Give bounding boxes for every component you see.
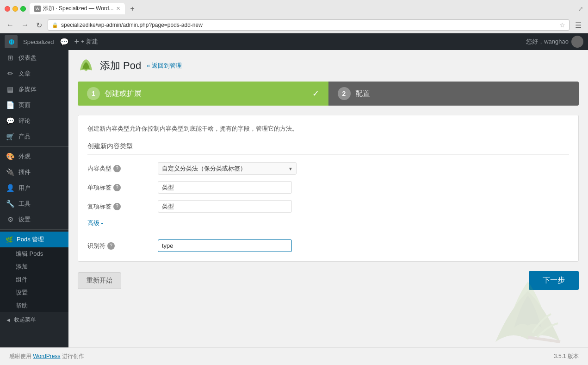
section-title: 创建新内容类型: [87, 142, 569, 155]
identifier-label: 识别符 ?: [87, 242, 152, 250]
plural-label: 复项标签 ?: [87, 202, 152, 211]
new-tab-button[interactable]: +: [129, 5, 136, 13]
singular-help-icon[interactable]: ?: [113, 184, 121, 191]
content-type-help-icon[interactable]: ?: [113, 165, 121, 172]
site-name[interactable]: Specialized: [19, 38, 58, 45]
maximize-button[interactable]: [20, 6, 26, 12]
pods-manager-header[interactable]: 🌿 Pods 管理: [0, 232, 68, 247]
step-2-num: 2: [338, 87, 351, 100]
content-type-row: 内容类型 ? 自定义分类法（像分类或标签） 自定义内容类型 现有 WordPre…: [87, 162, 569, 175]
singular-label-row: 单项标签 ?: [87, 181, 569, 194]
pods-submenu: 编辑 Pods 添加 组件 设置 帮助: [0, 247, 68, 312]
browser-menu-icon[interactable]: ☰: [573, 20, 583, 31]
sidebar-item-pages[interactable]: 📄 页面: [0, 97, 68, 113]
pods-section: 🌿 Pods 管理 编辑 Pods 添加 组件 设置 帮助: [0, 232, 68, 312]
url-bar[interactable]: 🔒 specializedike/wp-admin/admin.php?page…: [48, 19, 569, 31]
identifier-row: 识别符 ?: [87, 239, 569, 252]
step-2-label: 配置: [355, 89, 370, 99]
settings-icon: ⚙: [6, 215, 15, 224]
singular-input-wrapper: [158, 181, 297, 194]
sidebar-item-label: 外观: [19, 152, 31, 161]
footer-thanks: 感谢使用 WordPress 进行创作: [9, 352, 84, 360]
sidebar-item-label: 设置: [19, 215, 31, 224]
sidebar-item-appearance[interactable]: 🎨 外观: [0, 149, 68, 164]
version-info: 3.5.1 版本: [554, 352, 579, 360]
advanced-link[interactable]: 高级 -: [87, 219, 103, 227]
sidebar-item-products[interactable]: 🛒 产品: [0, 129, 68, 145]
pods-help-link[interactable]: 帮助: [6, 299, 68, 312]
back-link[interactable]: « 返回到管理: [147, 62, 182, 70]
wp-logo[interactable]: ⊕: [5, 35, 18, 48]
address-bar-row: ← → ↻ 🔒 specializedike/wp-admin/admin.ph…: [0, 17, 588, 33]
sidebar-item-label: 用户: [19, 184, 31, 192]
traffic-lights: [5, 6, 26, 12]
wp-admin-bar: ⊕ Specialized 💬 + + 新建 您好，wanghao: [0, 33, 588, 50]
sidebar-item-comments[interactable]: 💬 评论: [0, 113, 68, 129]
close-tab-icon[interactable]: ✕: [116, 6, 120, 12]
identifier-help-icon[interactable]: ?: [107, 242, 115, 250]
pods-label: Pods 管理: [17, 235, 44, 244]
pods-components-link[interactable]: 组件: [6, 273, 68, 286]
sidebar-item-label: 多媒体: [19, 85, 37, 94]
next-button[interactable]: 下一步: [529, 271, 579, 290]
bottom-bar: 重新开始 下一步: [78, 271, 579, 290]
step-1-check: ✓: [312, 88, 319, 99]
comment-icon[interactable]: 💬: [60, 38, 69, 46]
main-layout: ⊞ 仪表盘 ✏ 文章 ▤ 多媒体 📄 页面 💬 评论 🛒 产品 🎨 外观: [0, 50, 588, 365]
plugins-icon: 🔌: [6, 168, 15, 176]
sidebar-item-tools[interactable]: 🔧 工具: [0, 196, 68, 212]
browser-titlebar: W 添加 · Specialized — Word... ✕ + ⤢: [0, 0, 588, 17]
content-type-select[interactable]: 自定义分类法（像分类或标签） 自定义内容类型 现有 WordPress 内容类型…: [158, 162, 297, 175]
back-button[interactable]: ←: [5, 20, 16, 30]
user-menu[interactable]: 您好，wanghao: [526, 36, 583, 48]
fullscreen-button[interactable]: ⤢: [578, 5, 583, 13]
sidebar-item-settings[interactable]: ⚙ 设置: [0, 212, 68, 227]
sidebar-item-label: 文章: [19, 69, 31, 78]
browser-tab[interactable]: W 添加 · Specialized — Word... ✕: [30, 3, 125, 14]
products-icon: 🛒: [6, 132, 15, 141]
step-2: 2 配置: [328, 82, 579, 106]
tab-favicon: W: [34, 6, 41, 12]
singular-input[interactable]: [158, 181, 292, 194]
close-button[interactable]: [5, 6, 10, 12]
collapse-icon: ◄: [6, 317, 11, 323]
form-description: 创建新内容类型允许你控制内容类型到底能干啥，拥有的字段，管理它的方法。: [87, 125, 569, 133]
url-text: specializedike/wp-admin/admin.php?page=p…: [61, 22, 557, 28]
pods-edit-link[interactable]: 编辑 Pods: [6, 247, 68, 260]
dashboard-icon: ⊞: [6, 54, 15, 62]
media-icon: ▤: [6, 85, 15, 94]
form-area: 创建新内容类型允许你控制内容类型到底能干啥，拥有的字段，管理它的方法。 创建新内…: [78, 115, 579, 262]
pods-logo: [78, 57, 94, 74]
plural-help-icon[interactable]: ?: [113, 203, 121, 210]
pods-settings-link[interactable]: 设置: [6, 286, 68, 299]
collapse-sidebar-button[interactable]: ◄ 收起菜单: [0, 312, 68, 327]
sidebar-item-plugins[interactable]: 🔌 插件: [0, 164, 68, 180]
plus-icon: +: [74, 37, 80, 47]
minimize-button[interactable]: [12, 6, 18, 12]
sidebar-item-label: 插件: [19, 168, 31, 176]
steps-bar: 1 创建或扩展 ✓ 2 配置: [78, 82, 579, 106]
tab-title: 添加 · Specialized — Word...: [43, 5, 114, 13]
sidebar-item-posts[interactable]: ✏ 文章: [0, 66, 68, 82]
sidebar-item-media[interactable]: ▤ 多媒体: [0, 82, 68, 97]
sidebar-item-users[interactable]: 👤 用户: [0, 180, 68, 196]
comments-icon: 💬: [6, 117, 15, 125]
bookmark-icon[interactable]: ☆: [559, 21, 565, 29]
avatar: [571, 36, 583, 48]
tools-icon: 🔧: [6, 200, 15, 208]
identifier-input[interactable]: [158, 239, 292, 252]
wp-link[interactable]: WordPress: [33, 353, 60, 359]
plural-input[interactable]: [158, 200, 292, 213]
reload-button[interactable]: ↻: [34, 20, 44, 31]
sidebar-item-dashboard[interactable]: ⊞ 仪表盘: [0, 50, 68, 66]
new-content-button[interactable]: + + 新建: [71, 37, 102, 47]
pages-icon: 📄: [6, 101, 15, 109]
step-1-label: 创建或扩展: [105, 89, 142, 99]
pods-add-link[interactable]: 添加: [6, 260, 68, 273]
sidebar-item-label: 仪表盘: [19, 54, 37, 62]
svg-line-0: [528, 337, 560, 342]
reset-button[interactable]: 重新开始: [78, 272, 121, 289]
main-content: 添加 Pod « 返回到管理 1 创建或扩展 ✓ 2 配置 创建新内容类型允许你…: [68, 50, 588, 365]
collapse-label: 收起菜单: [14, 316, 36, 324]
forward-button[interactable]: →: [19, 20, 31, 30]
